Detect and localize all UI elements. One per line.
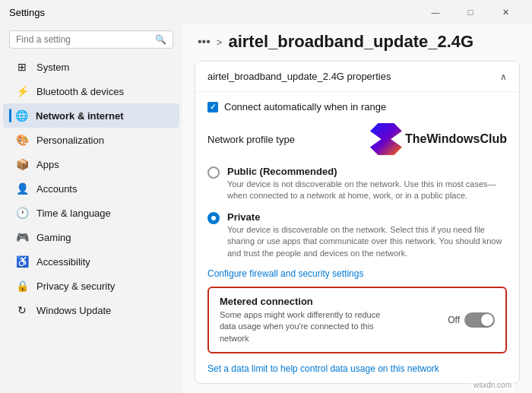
minimize-button[interactable]: — [418,0,453,24]
sidebar-item-label-system: System [36,62,69,73]
connect-auto-label: Connect automatically when in range [224,101,386,113]
sidebar-item-label-apps: Apps [36,159,59,170]
search-box[interactable]: 🔍 [9,30,173,49]
sidebar-item-privacy[interactable]: 🔒 Privacy & security [3,274,179,298]
private-radio-button[interactable] [207,212,220,224]
titlebar-title: Settings [9,7,45,18]
sidebar-item-label-accessibility: Accessibility [36,256,90,268]
titlebar-left: Settings [9,7,45,18]
privacy-icon: 🔒 [15,279,29,293]
public-radio-button[interactable] [207,166,220,179]
panel-title: airtel_broadband_update_2.4G properties [207,71,391,82]
private-radio-option[interactable]: Private Your device is discoverable on t… [207,211,507,259]
system-icon: ⊞ [15,60,29,74]
public-radio-label: Public (Recommended) [227,166,507,177]
properties-panel: airtel_broadband_update_2.4G properties … [195,61,520,384]
sidebar-item-label-windows-update: Windows Update [36,305,111,316]
sidebar-item-windows-update[interactable]: ↻ Windows Update [3,298,179,322]
metered-text-area: Metered connection Some apps might work … [220,296,387,344]
brand-x-icon [370,123,402,155]
titlebar-controls: — □ ✕ [418,0,523,24]
close-button[interactable]: ✕ [488,0,523,24]
metered-description: Some apps might work differently to redu… [220,309,387,344]
apps-icon: 📦 [15,157,29,171]
sidebar-item-gaming[interactable]: 🎮 Gaming [3,225,179,249]
toggle-container: Off [448,312,495,328]
private-radio-description: Your device is discoverable on the netwo… [227,224,507,259]
gaming-icon: 🎮 [15,230,29,244]
brand-name: TheWindowsClub [405,132,507,146]
network-icon: 🌐 [14,109,28,122]
profile-type-label: Network profile type [207,134,295,145]
sidebar-item-label-gaming: Gaming [36,232,71,243]
search-icon: 🔍 [155,34,166,45]
time-icon: 🕐 [15,206,29,220]
metered-toggle[interactable] [464,312,495,328]
sidebar-item-system[interactable]: ⊞ System [3,55,179,79]
personalization-icon: 🎨 [15,133,29,147]
main-area: 🔍 ⊞ System ⚡ Bluetooth & devices 🌐 Netwo… [0,24,532,393]
public-radio-description: Your device is not discoverable on the n… [227,179,507,202]
sidebar-item-apps[interactable]: 📦 Apps [3,152,179,176]
sidebar-item-label-time: Time & language [36,208,111,219]
bluetooth-icon: ⚡ [15,84,29,98]
settings-window: Settings — □ ✕ 🔍 ⊞ System ⚡ Bluetooth & … [0,0,532,393]
titlebar: Settings — □ ✕ [0,0,532,24]
sidebar-item-label-accounts: Accounts [36,183,77,195]
content-header: ••• > airtel_broadband_update_2.4G [182,24,532,58]
connect-auto-checkbox[interactable] [207,102,218,113]
panel-body: Connect automatically when in range Netw… [195,92,519,383]
sidebar-item-label-network: Network & internet [36,110,124,122]
sidebar-item-accessibility[interactable]: ♿ Accessibility [3,249,179,274]
firewall-link[interactable]: Configure firewall and security settings [207,268,507,279]
data-limit-link[interactable]: Set a data limit to help control data us… [207,363,439,374]
profile-type-row: Network profile type TheWindowsClub [207,123,507,155]
private-radio-text: Private Your device is discoverable on t… [227,211,507,259]
accounts-icon: 👤 [15,182,29,195]
toggle-label: Off [448,315,460,325]
site-watermark: wsxdn.com [471,380,514,390]
page-title: airtel_broadband_update_2.4G [228,32,473,52]
sidebar-item-personalization[interactable]: 🎨 Personalization [3,128,179,152]
connect-auto-row: Connect automatically when in range [207,101,507,113]
toggle-thumb [481,314,493,326]
metered-title: Metered connection [220,296,387,307]
windows-update-icon: ↻ [15,303,29,317]
metered-container: Metered connection Some apps might work … [207,287,507,353]
metered-connection-section: Metered connection Some apps might work … [207,287,507,353]
sidebar-item-accounts[interactable]: 👤 Accounts [3,176,179,201]
public-radio-option[interactable]: Public (Recommended) Your device is not … [207,166,507,202]
content-area: ••• > airtel_broadband_update_2.4G airte… [182,24,532,393]
sidebar-item-time[interactable]: 🕐 Time & language [3,201,179,225]
sidebar: 🔍 ⊞ System ⚡ Bluetooth & devices 🌐 Netwo… [0,24,182,393]
watermark-area: TheWindowsClub [370,123,507,155]
sidebar-item-label-privacy: Privacy & security [36,280,115,292]
sidebar-item-label-bluetooth: Bluetooth & devices [36,86,124,97]
sidebar-item-network[interactable]: 🌐 Network & internet [3,103,179,128]
panel-header: airtel_broadband_update_2.4G properties … [195,62,519,92]
accessibility-icon: ♿ [15,255,29,268]
public-radio-text: Public (Recommended) Your device is not … [227,166,507,202]
sidebar-item-label-personalization: Personalization [36,135,104,146]
breadcrumb-arrow: > [217,36,223,48]
breadcrumb-dots[interactable]: ••• [198,35,211,49]
sidebar-item-bluetooth[interactable]: ⚡ Bluetooth & devices [3,79,179,103]
private-radio-label: Private [227,211,507,223]
active-indicator [9,109,11,122]
chevron-up-icon[interactable]: ∧ [500,71,507,82]
maximize-button[interactable]: □ [453,0,488,24]
search-input[interactable] [16,34,150,45]
